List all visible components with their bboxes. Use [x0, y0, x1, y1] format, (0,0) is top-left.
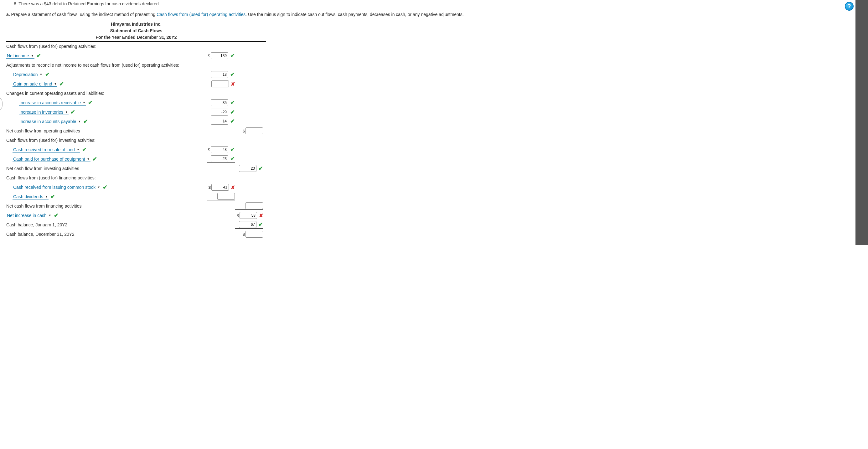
- increase-ar-input[interactable]: [211, 99, 228, 106]
- depreciation-dropdown[interactable]: Depreciation▼: [12, 72, 43, 77]
- check-icon: ✔: [230, 109, 235, 116]
- check-icon: ✔: [258, 165, 263, 172]
- net-operating-label: Net cash flow from operating activities: [6, 128, 207, 133]
- company-name: Hirayama Industries Inc.: [6, 21, 266, 28]
- increase-ar-dropdown[interactable]: Increase in accounts receivable▼: [19, 100, 86, 105]
- increase-inv-dropdown[interactable]: Increase in inventories▼: [19, 109, 69, 115]
- right-rail: [856, 0, 868, 245]
- adjustments-header: Adjustments to reconcile net income to n…: [6, 63, 207, 68]
- net-operating-input[interactable]: [246, 127, 263, 134]
- net-increase-cash-dropdown[interactable]: Net increase in cash▼: [6, 213, 52, 218]
- main-content: ? 6. There was a $43 debit to Retained E…: [0, 0, 856, 245]
- net-income-input[interactable]: [211, 52, 228, 59]
- check-icon: ✔: [70, 109, 75, 116]
- cash-balance-jan-label: Cash balance, January 1, 20Y2: [6, 222, 207, 227]
- operating-header: Cash flows from (used for) operating act…: [6, 44, 207, 49]
- net-financing-input[interactable]: [246, 202, 263, 209]
- changes-header: Changes in current operating assets and …: [6, 91, 207, 96]
- instruction-pre: Prepare a statement of cash flows, using…: [11, 12, 157, 17]
- check-icon: ✔: [230, 146, 235, 153]
- instruction-label: a.: [6, 12, 10, 17]
- gain-sale-land-dropdown[interactable]: Gain on sale of land▼: [12, 82, 57, 87]
- help-button[interactable]: ?: [845, 2, 854, 11]
- cross-icon: ✘: [231, 185, 235, 190]
- dollar-sign: $: [243, 232, 245, 237]
- item-6-text: 6. There was a $43 debit to Retained Ear…: [14, 1, 849, 6]
- check-icon: ✔: [230, 99, 235, 106]
- increase-inv-input[interactable]: [211, 109, 228, 116]
- check-icon: ✔: [258, 221, 263, 228]
- check-icon: ✔: [82, 146, 87, 153]
- cash-balance-dec-label: Cash balance, December 31, 20Y2: [6, 232, 207, 237]
- cash-stock-dropdown[interactable]: Cash received from issuing common stock▼: [12, 185, 101, 190]
- instruction-a: a. Prepare a statement of cash flows, us…: [6, 11, 849, 18]
- check-icon: ✔: [230, 71, 235, 78]
- check-icon: ✔: [83, 118, 88, 125]
- statement-title: Statement of Cash Flows: [6, 28, 266, 34]
- dollar-sign: $: [209, 185, 211, 190]
- investing-header: Cash flows from (used for) investing act…: [6, 138, 207, 143]
- statement: Hirayama Industries Inc. Statement of Ca…: [6, 21, 849, 239]
- cash-balance-jan-input[interactable]: [239, 221, 256, 228]
- cash-paid-equip-input[interactable]: [211, 155, 228, 162]
- check-icon: ✔: [230, 118, 235, 125]
- check-icon: ✔: [51, 193, 55, 200]
- check-icon: ✔: [88, 99, 93, 106]
- statement-header: Hirayama Industries Inc. Statement of Ca…: [6, 21, 266, 42]
- dollar-sign: $: [237, 213, 239, 218]
- net-investing-label: Net cash flow from investing activities: [6, 166, 207, 171]
- cross-icon: ✘: [259, 213, 263, 219]
- check-icon: ✔: [230, 155, 235, 162]
- check-icon: ✔: [92, 156, 97, 162]
- cash-sale-land-dropdown[interactable]: Cash received from sale of land▼: [12, 147, 80, 153]
- check-icon: ✔: [45, 71, 50, 78]
- check-icon: ✔: [230, 52, 235, 59]
- cash-dividends-input[interactable]: [217, 193, 235, 200]
- prev-page-tab[interactable]: [0, 97, 2, 111]
- cash-dividends-dropdown[interactable]: Cash dividends▼: [12, 194, 49, 199]
- financing-header: Cash flows from (used for) financing act…: [6, 175, 207, 180]
- cross-icon: ✘: [231, 81, 235, 87]
- cash-sale-land-input[interactable]: [211, 146, 228, 153]
- net-increase-cash-input[interactable]: [240, 212, 257, 219]
- statement-period: For the Year Ended December 31, 20Y2: [6, 34, 266, 41]
- gain-sale-land-input[interactable]: [211, 81, 229, 87]
- cash-balance-dec-input[interactable]: [246, 231, 263, 238]
- net-investing-input[interactable]: [239, 165, 256, 172]
- net-financing-label: Net cash flows from financing activities: [6, 203, 207, 209]
- dollar-sign: $: [208, 148, 210, 152]
- instruction-link[interactable]: Cash flows from (used for) operating act…: [157, 12, 246, 17]
- check-icon: ✔: [59, 81, 64, 87]
- check-icon: ✔: [54, 212, 59, 219]
- dollar-sign: $: [208, 54, 210, 58]
- dollar-sign: $: [243, 129, 245, 133]
- check-icon: ✔: [103, 184, 107, 191]
- net-income-dropdown[interactable]: Net income▼: [6, 53, 34, 59]
- cash-paid-equip-dropdown[interactable]: Cash paid for purchase of equipment▼: [12, 157, 91, 162]
- check-icon: ✔: [36, 52, 41, 59]
- instruction-post: . Use the minus sign to indicate cash ou…: [246, 12, 463, 17]
- increase-ap-input[interactable]: [211, 118, 228, 125]
- depreciation-input[interactable]: [211, 71, 228, 78]
- cash-stock-input[interactable]: [211, 184, 229, 191]
- increase-ap-dropdown[interactable]: Increase in accounts payable▼: [19, 119, 82, 124]
